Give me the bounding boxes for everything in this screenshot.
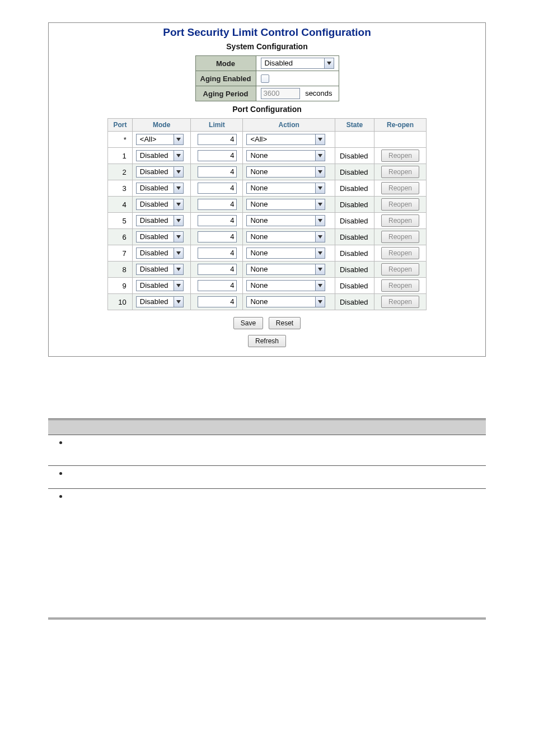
reopen-button[interactable]: Reopen bbox=[381, 279, 419, 292]
state-cell: Disabled bbox=[335, 262, 374, 278]
mode-select[interactable]: Disabled bbox=[136, 150, 184, 161]
chevron-down-icon bbox=[324, 58, 334, 69]
reopen-button[interactable]: Reopen bbox=[381, 231, 419, 243]
mode-select-value: Disabled bbox=[136, 215, 174, 226]
port-cell: * bbox=[108, 132, 133, 148]
port-cell: 5 bbox=[108, 213, 133, 229]
state-cell bbox=[335, 132, 374, 148]
mode-select-value: Disabled bbox=[136, 248, 174, 259]
action-select[interactable]: None bbox=[246, 183, 325, 194]
limit-input[interactable]: 4 bbox=[198, 150, 237, 161]
action-select[interactable]: None bbox=[246, 166, 325, 178]
chevron-down-icon bbox=[315, 231, 325, 242]
mode-label: Mode bbox=[195, 56, 256, 71]
action-select[interactable]: None bbox=[246, 199, 325, 210]
aging-enabled-label: Aging Enabled bbox=[195, 71, 256, 86]
action-select-value: None bbox=[246, 248, 315, 259]
reopen-button[interactable]: Reopen bbox=[381, 150, 419, 162]
mode-select-value: Disabled bbox=[136, 183, 174, 194]
reopen-button[interactable]: Reopen bbox=[381, 247, 419, 259]
chevron-down-icon bbox=[174, 296, 184, 307]
mode-select-value: Disabled bbox=[136, 296, 174, 307]
mode-select[interactable]: Disabled bbox=[136, 231, 184, 242]
limit-input[interactable]: 4 bbox=[198, 215, 237, 226]
chevron-down-icon bbox=[174, 248, 184, 259]
mode-select-wild[interactable]: <All> bbox=[136, 134, 184, 145]
port-cell: 3 bbox=[108, 180, 133, 197]
col-port: Port bbox=[108, 119, 133, 132]
action-select[interactable]: None bbox=[246, 264, 325, 275]
chevron-down-icon bbox=[315, 280, 325, 291]
action-select[interactable]: None bbox=[246, 150, 325, 161]
chevron-down-icon bbox=[315, 150, 325, 161]
table-row: 1Disabled4NoneDisabledReopen bbox=[108, 148, 427, 164]
table-row: 7Disabled4NoneDisabledReopen bbox=[108, 245, 427, 262]
port-cell: 1 bbox=[108, 148, 133, 164]
chevron-down-icon bbox=[315, 183, 325, 194]
limit-input[interactable]: 4 bbox=[198, 296, 237, 307]
port-cell: 8 bbox=[108, 262, 133, 278]
action-select-value: None bbox=[246, 264, 315, 275]
action-select[interactable]: None bbox=[246, 280, 325, 291]
col-mode: Mode bbox=[132, 119, 191, 132]
port-config-heading: Port Configuration bbox=[53, 105, 481, 114]
limit-input[interactable]: 4 bbox=[198, 248, 237, 259]
chevron-down-icon bbox=[174, 134, 184, 145]
save-button[interactable]: Save bbox=[233, 317, 263, 329]
mode-select[interactable]: Disabled bbox=[136, 280, 184, 291]
reopen-button[interactable]: Reopen bbox=[381, 166, 419, 178]
col-state: State bbox=[335, 119, 374, 132]
limit-input[interactable]: 4 bbox=[198, 166, 237, 178]
reopen-button[interactable]: Reopen bbox=[381, 263, 419, 276]
mode-select[interactable]: Disabled bbox=[136, 264, 184, 275]
chevron-down-icon bbox=[315, 215, 325, 226]
action-select[interactable]: None bbox=[246, 231, 325, 242]
aging-enabled-checkbox[interactable] bbox=[261, 74, 269, 83]
system-config-heading: System Configuration bbox=[53, 42, 481, 51]
limit-input[interactable]: 4 bbox=[198, 183, 237, 194]
mode-select[interactable]: Disabled bbox=[261, 58, 334, 69]
mode-select[interactable]: Disabled bbox=[136, 248, 184, 259]
mode-select-value: Disabled bbox=[136, 199, 174, 210]
table-row: 3Disabled4NoneDisabledReopen bbox=[108, 180, 427, 197]
mode-select[interactable]: Disabled bbox=[136, 166, 184, 178]
action-select[interactable]: None bbox=[246, 296, 325, 307]
table-row: 4Disabled4NoneDisabledReopen bbox=[108, 197, 427, 213]
reopen-button[interactable]: Reopen bbox=[381, 214, 419, 227]
mode-select[interactable]: Disabled bbox=[136, 199, 184, 210]
action-select[interactable]: None bbox=[246, 215, 325, 226]
reopen-button[interactable]: Reopen bbox=[381, 296, 419, 308]
aging-period-input[interactable]: 3600 bbox=[261, 88, 300, 99]
state-cell: Disabled bbox=[335, 164, 374, 180]
table-row-wildcard: * <All> 4 <All> bbox=[108, 132, 427, 148]
limit-input[interactable]: 4 bbox=[198, 280, 237, 291]
action-select-value: None bbox=[246, 150, 315, 161]
reset-button[interactable]: Reset bbox=[269, 317, 301, 329]
mode-select[interactable]: Disabled bbox=[136, 183, 184, 194]
action-select-value: None bbox=[246, 231, 315, 242]
action-select-wild[interactable]: <All> bbox=[246, 134, 325, 145]
chevron-down-icon bbox=[174, 215, 184, 226]
panel-title: Port Security Limit Control Configuratio… bbox=[53, 26, 481, 39]
state-cell: Disabled bbox=[335, 197, 374, 213]
mode-select[interactable]: Disabled bbox=[136, 296, 184, 307]
table-row: 6Disabled4NoneDisabledReopen bbox=[108, 229, 427, 245]
action-select[interactable]: None bbox=[246, 248, 325, 259]
state-cell: Disabled bbox=[335, 278, 374, 294]
limit-input[interactable]: 4 bbox=[198, 199, 237, 210]
chevron-down-icon bbox=[315, 264, 325, 275]
action-select-value: None bbox=[246, 215, 315, 226]
mode-select[interactable]: Disabled bbox=[136, 215, 184, 226]
description-row bbox=[48, 488, 486, 618]
col-reopen: Re-open bbox=[374, 119, 426, 132]
limit-input-wild[interactable]: 4 bbox=[198, 134, 237, 145]
refresh-button[interactable]: Refresh bbox=[248, 335, 286, 347]
limit-input[interactable]: 4 bbox=[198, 264, 237, 275]
limit-input[interactable]: 4 bbox=[198, 231, 237, 242]
state-cell: Disabled bbox=[335, 213, 374, 229]
chevron-down-icon bbox=[174, 183, 184, 194]
reopen-button[interactable]: Reopen bbox=[381, 182, 419, 194]
mode-select-value: Disabled bbox=[136, 264, 174, 275]
reopen-button[interactable]: Reopen bbox=[381, 198, 419, 211]
mode-select-value: Disabled bbox=[136, 150, 174, 161]
